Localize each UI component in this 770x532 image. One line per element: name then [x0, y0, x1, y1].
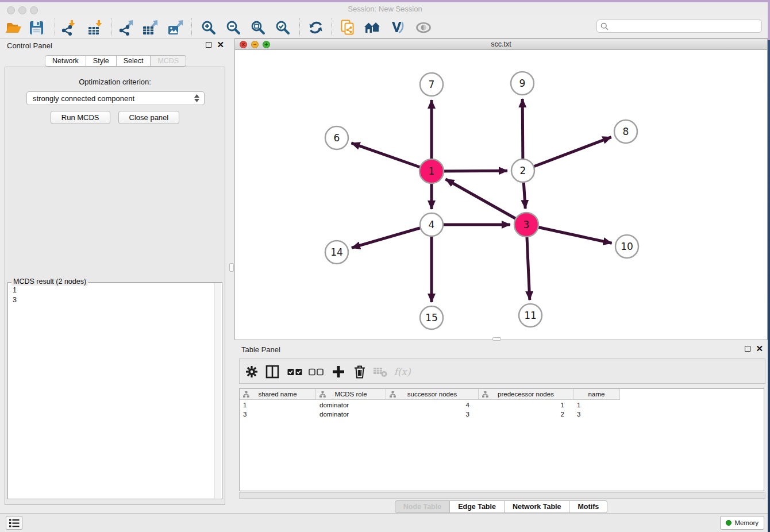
network-window-titlebar[interactable]: × – + scc.txt	[235, 39, 767, 50]
edge-3-1[interactable]	[445, 179, 526, 225]
add-row-icon[interactable]	[330, 364, 347, 380]
tab-network-table[interactable]: Network Table	[505, 500, 570, 513]
edge-4-14[interactable]	[352, 225, 432, 248]
show-hide-graphics-icon[interactable]	[413, 18, 434, 37]
node-label: 10	[621, 241, 633, 252]
deselect-all-checkboxes-icon[interactable]	[307, 364, 325, 380]
search-input[interactable]	[611, 22, 758, 30]
tree-icon	[319, 391, 326, 398]
edge-3-10[interactable]	[526, 225, 612, 243]
cell-mcds-role[interactable]: dominator	[316, 401, 386, 410]
main-toolbar	[0, 16, 770, 38]
edge-2-8[interactable]	[523, 137, 611, 171]
cell-successor-nodes[interactable]: 4	[386, 401, 479, 410]
table-row[interactable]: 1 dominator 4 1 1	[240, 401, 620, 410]
cell-name[interactable]: 3	[573, 410, 620, 419]
tab-motifs[interactable]: Motifs	[569, 500, 607, 513]
export-image-icon[interactable]	[165, 18, 186, 37]
criterion-value: strongly connected component	[33, 94, 134, 103]
search-box[interactable]	[596, 20, 762, 33]
tree-icon	[243, 391, 249, 398]
node-label: 2	[520, 165, 526, 176]
tree-icon	[482, 391, 488, 398]
table-toolbar: f(x)	[239, 358, 765, 384]
mcds-result-scrollbar[interactable]	[214, 283, 221, 498]
column-header-mcds-role[interactable]: MCDS role	[316, 389, 386, 400]
mcds-result-text: 1 3	[8, 284, 214, 499]
close-panel-icon[interactable]: ✕	[217, 42, 224, 48]
cell-predecessor-nodes[interactable]: 2	[479, 410, 573, 419]
task-list-icon	[9, 519, 20, 527]
export-table-icon[interactable]	[140, 18, 160, 37]
tab-node-table[interactable]: Node Table	[395, 500, 450, 513]
mcds-panel: Optimization criterion: strongly connect…	[5, 67, 225, 505]
node-label: 14	[330, 246, 343, 258]
function-builder-icon[interactable]: f(x)	[394, 364, 411, 380]
table-row[interactable]: 3 dominator 3 2 3	[240, 410, 620, 419]
float-panel-icon[interactable]	[206, 42, 211, 48]
float-table-panel-icon[interactable]	[745, 346, 750, 352]
cell-predecessor-nodes[interactable]: 1	[479, 401, 573, 410]
network-canvas[interactable]: 7968124314101511	[235, 50, 767, 340]
delete-table-icon[interactable]	[372, 364, 389, 380]
control-panel-title: Control Panel	[7, 41, 52, 50]
column-header-name[interactable]: name	[573, 389, 620, 400]
home-icon[interactable]	[362, 18, 383, 37]
close-table-panel-icon[interactable]: ✕	[756, 346, 763, 352]
table-panel-title: Table Panel	[241, 345, 280, 354]
delete-row-icon[interactable]	[351, 364, 368, 380]
zoom-in-icon[interactable]	[198, 18, 219, 37]
tab-network[interactable]: Network	[45, 55, 86, 67]
node-label: 3	[523, 219, 530, 230]
zoom-fit-icon[interactable]	[248, 18, 268, 37]
horizontal-splitter-grip[interactable]	[492, 337, 501, 341]
cell-successor-nodes[interactable]: 3	[386, 410, 479, 419]
tab-style[interactable]: Style	[86, 55, 117, 67]
control-panel-tabs: Network Style Select MCDS	[45, 55, 186, 67]
cell-shared-name[interactable]: 3	[240, 410, 316, 419]
optimization-criterion-select[interactable]: strongly connected component	[26, 91, 205, 105]
titlebar[interactable]: Session: New Session	[0, 2, 770, 16]
node-label: 7	[429, 79, 435, 90]
settings-icon[interactable]	[243, 364, 260, 380]
desktop-background	[768, 0, 770, 532]
node-table: shared name MCDS role successor nodes pr…	[239, 388, 764, 491]
window-title: Session: New Session	[0, 5, 770, 13]
chevron-up-down-icon	[194, 94, 199, 102]
refresh-icon[interactable]	[305, 18, 326, 37]
table-panel: Table Panel ✕	[234, 342, 768, 510]
task-history-button[interactable]	[6, 516, 22, 530]
column-header-successor-nodes[interactable]: successor nodes	[386, 389, 479, 400]
tab-mcds[interactable]: MCDS	[151, 55, 186, 67]
save-session-icon[interactable]	[26, 18, 47, 37]
select-all-checkboxes-icon[interactable]	[286, 364, 303, 380]
node-label: 11	[524, 310, 537, 321]
network-view-window: × – + scc.txt 7968124314101511	[234, 38, 768, 340]
tab-select[interactable]: Select	[117, 55, 151, 67]
export-network-icon[interactable]	[115, 18, 136, 37]
cell-shared-name[interactable]: 1	[240, 401, 316, 410]
column-header-shared-name[interactable]: shared name	[240, 389, 316, 400]
close-panel-button[interactable]: Close panel	[118, 111, 180, 124]
column-header-predecessor-nodes[interactable]: predecessor nodes	[479, 389, 573, 400]
visual-styles-icon[interactable]	[387, 18, 408, 37]
memory-status-icon	[726, 520, 732, 526]
memory-button[interactable]: Memory	[720, 516, 764, 530]
node-label: 9	[519, 78, 526, 89]
node-label: 1	[429, 165, 435, 177]
vertical-splitter-grip[interactable]	[229, 263, 234, 272]
open-session-icon[interactable]	[3, 18, 24, 37]
network-window-title: scc.txt	[235, 40, 767, 48]
zoom-out-icon[interactable]	[223, 18, 244, 37]
network-file-icon[interactable]	[337, 18, 358, 37]
cell-mcds-role[interactable]: dominator	[316, 410, 386, 419]
table-horizontal-scrollbar[interactable]	[239, 492, 765, 499]
import-table-icon[interactable]	[84, 18, 105, 37]
run-mcds-button[interactable]: Run MCDS	[51, 111, 110, 124]
node-label: 15	[425, 312, 438, 323]
tab-edge-table[interactable]: Edge Table	[450, 500, 505, 513]
columns-icon[interactable]	[264, 364, 281, 380]
zoom-selected-icon[interactable]	[272, 18, 293, 37]
cell-name[interactable]: 1	[573, 401, 620, 410]
import-network-icon[interactable]	[57, 18, 78, 37]
